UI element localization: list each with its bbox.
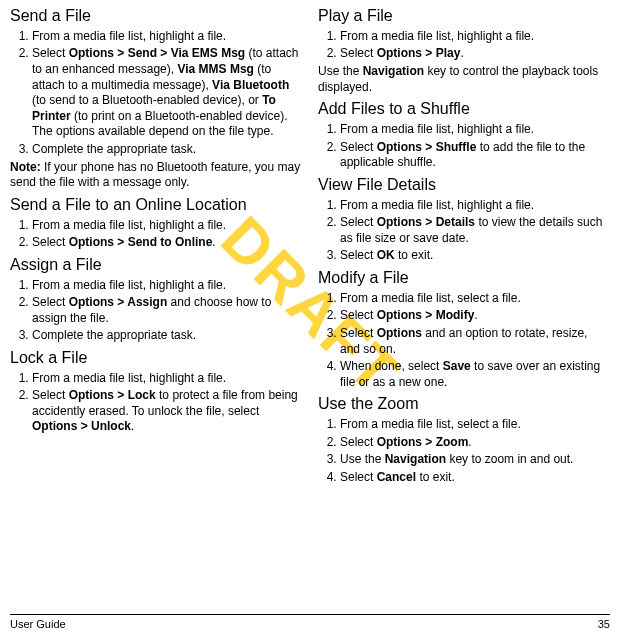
text-bold: Options > Send to Online bbox=[69, 235, 213, 249]
list-item: Select Cancel to exit. bbox=[340, 470, 610, 486]
text: Select bbox=[32, 46, 69, 60]
text: to exit. bbox=[395, 248, 434, 262]
text: (to send to a Bluetooth-enabled device),… bbox=[32, 93, 262, 107]
text: Select bbox=[340, 435, 377, 449]
list-item: From a media file list, highlight a file… bbox=[340, 29, 610, 45]
list-item: Select OK to exit. bbox=[340, 248, 610, 264]
list-item: Select Options > Shuffle to add the file… bbox=[340, 140, 610, 171]
heading-send-file: Send a File bbox=[10, 6, 302, 27]
text-bold: Options > Zoom bbox=[377, 435, 469, 449]
heading-zoom: Use the Zoom bbox=[318, 394, 610, 415]
text-bold: Options > Assign bbox=[69, 295, 168, 309]
text: . bbox=[212, 235, 215, 249]
text: . bbox=[474, 308, 477, 322]
heading-shuffle: Add Files to a Shuffle bbox=[318, 99, 610, 120]
play-use-text: Use the Navigation key to control the pl… bbox=[318, 64, 610, 95]
heading-modify: Modify a File bbox=[318, 268, 610, 289]
list-item: Select Options > Modify. bbox=[340, 308, 610, 324]
note-text: If your phone has no Bluetooth feature, … bbox=[10, 160, 300, 190]
text: Select bbox=[340, 140, 377, 154]
text: Select bbox=[340, 326, 377, 340]
text: Select bbox=[340, 215, 377, 229]
heading-assign: Assign a File bbox=[10, 255, 302, 276]
footer-page-number: 35 bbox=[598, 617, 610, 631]
text: . bbox=[468, 435, 471, 449]
text-bold: Options > Send > Via EMS Msg bbox=[69, 46, 245, 60]
heading-lock: Lock a File bbox=[10, 348, 302, 369]
footer-left: User Guide bbox=[10, 617, 66, 631]
text-bold: Options > Details bbox=[377, 215, 475, 229]
list-item: From a media file list, highlight a file… bbox=[340, 122, 610, 138]
heading-details: View File Details bbox=[318, 175, 610, 196]
text-bold: Via Bluetooth bbox=[212, 78, 289, 92]
list-item: Select Options > Zoom. bbox=[340, 435, 610, 451]
list-item: Select Options > Assign and choose how t… bbox=[32, 295, 302, 326]
heading-send-online: Send a File to an Online Location bbox=[10, 195, 302, 216]
list-item: When done, select Save to save over an e… bbox=[340, 359, 610, 390]
text: (to print on a Bluetooth-enabled device)… bbox=[32, 109, 288, 139]
text: . bbox=[131, 419, 134, 433]
steps-send-online: From a media file list, highlight a file… bbox=[10, 218, 302, 251]
text: Select bbox=[340, 308, 377, 322]
text: key to zoom in and out. bbox=[446, 452, 573, 466]
list-item: Use the Navigation key to zoom in and ou… bbox=[340, 452, 610, 468]
text-bold: Navigation bbox=[385, 452, 446, 466]
text: Use the bbox=[318, 64, 363, 78]
list-item: Complete the appropriate task. bbox=[32, 328, 302, 344]
list-item: From a media file list, highlight a file… bbox=[32, 29, 302, 45]
text-bold: Via MMS Msg bbox=[177, 62, 253, 76]
heading-play: Play a File bbox=[318, 6, 610, 27]
note-label: Note: bbox=[10, 160, 41, 174]
list-item: From a media file list, highlight a file… bbox=[32, 278, 302, 294]
list-item: From a media file list, highlight a file… bbox=[32, 218, 302, 234]
steps-details: From a media file list, highlight a file… bbox=[318, 198, 610, 264]
steps-send-file: From a media file list, highlight a file… bbox=[10, 29, 302, 158]
steps-shuffle: From a media file list, highlight a file… bbox=[318, 122, 610, 171]
steps-lock: From a media file list, highlight a file… bbox=[10, 371, 302, 435]
text-bold: Options > Play bbox=[377, 46, 461, 60]
note-send-file: Note: If your phone has no Bluetooth fea… bbox=[10, 160, 302, 191]
list-item: Select Options > Send > Via EMS Msg (to … bbox=[32, 46, 302, 140]
text-bold: Save bbox=[443, 359, 471, 373]
steps-assign: From a media file list, highlight a file… bbox=[10, 278, 302, 344]
text: Select bbox=[340, 470, 377, 484]
text: Select bbox=[32, 295, 69, 309]
text-bold: Options bbox=[377, 326, 422, 340]
list-item: Select Options > Play. bbox=[340, 46, 610, 62]
text-bold: Options > Shuffle bbox=[377, 140, 477, 154]
list-item: Select Options > Lock to protect a file … bbox=[32, 388, 302, 435]
text: When done, select bbox=[340, 359, 443, 373]
text: . bbox=[460, 46, 463, 60]
text: Select bbox=[340, 46, 377, 60]
list-item: Complete the appropriate task. bbox=[32, 142, 302, 158]
list-item: From a media file list, select a file. bbox=[340, 291, 610, 307]
list-item: From a media file list, highlight a file… bbox=[340, 198, 610, 214]
list-item: Select Options > Details to view the det… bbox=[340, 215, 610, 246]
steps-zoom: From a media file list, select a file. S… bbox=[318, 417, 610, 485]
text: Select bbox=[32, 388, 69, 402]
text-bold: Options > Unlock bbox=[32, 419, 131, 433]
text: to exit. bbox=[416, 470, 455, 484]
list-item: Select Options > Send to Online. bbox=[32, 235, 302, 251]
text: Select bbox=[32, 235, 69, 249]
right-column: Play a File From a media file list, high… bbox=[318, 6, 610, 594]
content-columns: Send a File From a media file list, high… bbox=[10, 6, 610, 594]
list-item: Select Options and an option to rotate, … bbox=[340, 326, 610, 357]
steps-modify: From a media file list, select a file. S… bbox=[318, 291, 610, 391]
text-bold: OK bbox=[377, 248, 395, 262]
text: Select bbox=[340, 248, 377, 262]
text-bold: Navigation bbox=[363, 64, 424, 78]
list-item: From a media file list, select a file. bbox=[340, 417, 610, 433]
text-bold: Options > Lock bbox=[69, 388, 156, 402]
list-item: From a media file list, highlight a file… bbox=[32, 371, 302, 387]
page-footer: User Guide 35 bbox=[10, 614, 610, 631]
text: Use the bbox=[340, 452, 385, 466]
text-bold: Cancel bbox=[377, 470, 416, 484]
steps-play: From a media file list, highlight a file… bbox=[318, 29, 610, 62]
left-column: Send a File From a media file list, high… bbox=[10, 6, 302, 594]
text-bold: Options > Modify bbox=[377, 308, 475, 322]
